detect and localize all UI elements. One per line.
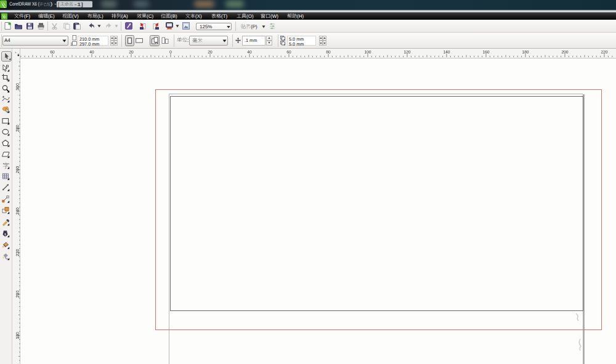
svg-text:(L): (L) xyxy=(97,14,103,19)
svg-text:(P): (P) xyxy=(251,24,257,30)
svg-text:(F): (F) xyxy=(24,14,31,19)
svg-text:) -: ) - xyxy=(51,1,57,7)
svg-text:(T): (T) xyxy=(221,14,228,19)
svg-text:(C): (C) xyxy=(147,14,153,19)
svg-text:(E): (E) xyxy=(48,14,55,19)
svg-text:(A): (A) xyxy=(121,14,128,19)
svg-text:(V): (V) xyxy=(72,14,79,19)
svg-text:(W): (W) xyxy=(270,14,278,19)
svg-text:(B): (B) xyxy=(171,14,177,19)
svg-text:y: y xyxy=(284,43,286,46)
svg-text:(H): (H) xyxy=(297,14,304,19)
svg-text:(X): (X) xyxy=(195,14,202,19)
svg-text:-1]: -1] xyxy=(75,2,84,7)
svg-text:x: x xyxy=(284,38,286,41)
svg-text:(O): (O) xyxy=(246,14,254,19)
